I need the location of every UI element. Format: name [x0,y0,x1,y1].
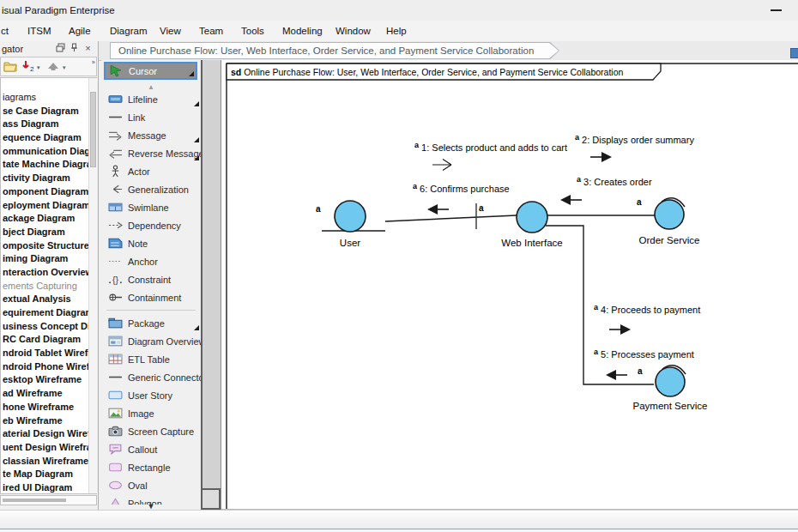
menu-itsm[interactable]: ITSM [27,26,51,36]
tool-label: Oval [128,481,148,491]
tree-item[interactable]: eployment Diagram [1,199,96,213]
tool-oval[interactable]: Oval [101,476,201,494]
lifeline-user[interactable]: User [322,201,385,248]
tree-vertical-scrollbar[interactable] [88,78,97,493]
toolbar-overflow-icon[interactable]: ›› [92,58,94,66]
menu-team[interactable]: Team [199,26,223,36]
open-folder-icon[interactable] [3,60,18,74]
tool-user-story[interactable]: User Story [101,386,201,404]
menu-modeling[interactable]: Modeling [282,26,323,36]
tree-item[interactable]: omposite Structure Diagram [1,239,96,253]
tool-package[interactable]: Package [101,314,201,332]
tool-diagram-overview[interactable]: Diagram Overview [101,332,201,350]
diagram-canvas[interactable]: sd Online Purchase Flow: User, Web Inter… [221,60,798,510]
tool-callout[interactable]: Callout [101,440,201,458]
tree-item[interactable]: ctivity Diagram [1,172,96,185]
tree-item[interactable]: tate Machine Diagram [1,158,96,172]
menu-view[interactable]: View [160,26,181,36]
frame-label: sd Online Purchase Flow: User, Web Inter… [231,67,624,77]
communication-diagram: sd Online Purchase Flow: User, Web Inter… [221,60,798,509]
message-4[interactable]: a 4: Proceeds to payment [594,303,700,335]
tree-item[interactable]: ackage Diagram [1,212,96,226]
tree-item[interactable]: iagrams [1,78,96,105]
tree-item[interactable]: ndroid Tablet Wireframe [1,347,96,360]
navigator-toolbar: 2 ▾ ▾ ›› [0,57,97,76]
tree-item[interactable]: RC Card Diagram [1,333,96,347]
tree-item[interactable]: ndroid Phone Wireframe [1,360,96,374]
lifeline-web-interface[interactable]: Web Interface [501,202,562,248]
tree-item[interactable]: usiness Concept Diagram [1,320,96,334]
tool-rectangle[interactable]: Rectangle [101,458,201,476]
tree-item[interactable]: equence Diagram [1,131,96,145]
tool-cursor[interactable]: Cursor [104,62,197,80]
collapse-dropdown-icon[interactable]: ▾ [63,64,66,71]
close-icon[interactable]: × [82,43,94,54]
minimize-button[interactable] [767,3,789,17]
tree-item[interactable]: esktop Wireframe [1,373,96,387]
tree-item[interactable]: nteraction Overview Diagram [1,266,96,280]
sort-icon[interactable]: 2 [21,60,35,74]
tree-item[interactable]: omponent Diagram [1,185,96,199]
tree-item[interactable]: se Case Diagram [1,105,96,118]
collapse-up-icon[interactable] [46,60,61,74]
menu-tools[interactable]: Tools [241,26,264,36]
tree-vscroll-thumb[interactable] [90,92,96,167]
sort-dropdown-icon[interactable]: ▾ [37,64,40,71]
tool-reverse-message[interactable]: Reverse Message [101,144,201,162]
window-title: isual Paradigm Enterprise [2,5,115,15]
tree-item[interactable]: hone Wireframe [1,401,96,414]
message-1[interactable]: a 1: Selects product and adds to cart [414,141,567,171]
tree-item[interactable]: ass Diagram [1,118,96,131]
tool-anchor[interactable]: Anchor [101,252,201,270]
tool-actor[interactable]: Actor [101,162,201,180]
tool-image[interactable]: Image [101,404,201,422]
tree-item[interactable]: te Map Diagram [1,468,96,481]
tool-swimlane[interactable]: Swimlane [101,198,201,216]
swimlane-icon [108,201,123,214]
menu-agile[interactable]: Agile [69,26,91,36]
tab-bar-right-icon[interactable] [790,48,798,58]
tool-containment[interactable]: Containment [101,288,201,306]
scrollbar-thumb[interactable] [201,488,221,510]
image-icon [108,407,123,420]
tree-item[interactable]: ommunication Diagram [1,145,96,159]
diagram-tab[interactable]: Online Purchase Flow: User, Web Interfac… [110,42,559,59]
tree-item[interactable]: aterial Design Wireframe [1,427,96,441]
tree-item[interactable]: iming Diagram [1,252,96,266]
containment-icon [108,291,123,304]
tool-screen-capture[interactable]: Screen Capture [101,422,201,440]
tool-etl-table[interactable]: ETL Table [101,350,201,368]
tree-horizontal-scrollbar[interactable] [0,495,97,505]
menu-window[interactable]: Window [336,26,371,36]
tool-link[interactable]: Link [101,108,201,126]
menu-help[interactable]: Help [386,26,407,36]
tree-item[interactable]: ements Capturing [1,280,96,293]
lifeline-payment-service[interactable]: Payment Service [633,366,708,411]
tool-constraint[interactable]: {}Constraint [101,270,201,288]
tool-message[interactable]: Message [101,126,201,144]
tree-item[interactable]: uent Design Wireframe [1,441,96,455]
tree-item[interactable]: ired UI Diagram [1,481,96,494]
tool-note[interactable]: Note [101,234,201,252]
tool-generic-connector[interactable]: Generic Connector [101,368,201,386]
menu-diagram[interactable]: Diagram [110,26,147,36]
tool-dependency[interactable]: Dependency [101,216,201,234]
menu-project[interactable]: ct [1,26,9,36]
tree-item[interactable]: eb Wireframe [1,414,96,428]
tree-item[interactable]: equirement Diagram [1,306,96,320]
tool-generalization[interactable]: Generalization [101,180,201,198]
tree-hscroll-thumb[interactable] [3,499,66,502]
message-6[interactable]: a 6: Confirms purchase [413,182,510,215]
tree-item[interactable]: extual Analysis [1,293,96,306]
restore-icon[interactable] [55,43,66,54]
pin-icon[interactable] [69,43,80,54]
tool-lifeline[interactable]: Lifeline [101,90,201,108]
message-2[interactable]: a 2: Displays order summary [575,133,694,162]
solid-arrow-left-icon [560,195,571,205]
palette-canvas-scrollbar[interactable] [201,60,221,510]
lifeline-order-service[interactable]: Order Service [639,198,700,245]
tree-item[interactable]: ad Wireframe [1,387,96,401]
link-user-webinterface[interactable] [385,215,517,221]
tree-item[interactable]: bject Diagram [1,226,96,239]
tree-item[interactable]: classian Wireframe [1,455,96,469]
